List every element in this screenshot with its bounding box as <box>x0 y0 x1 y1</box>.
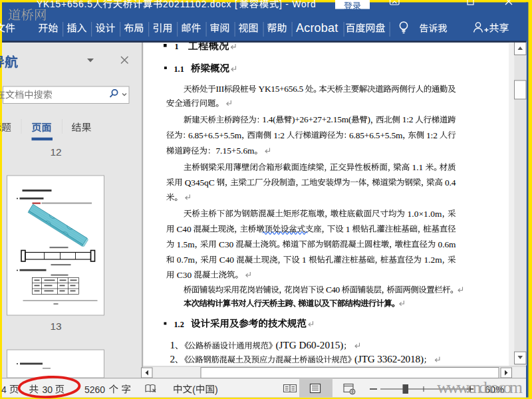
svg-text:7.15+5.6m: 7.15+5.6m <box>215 146 255 156</box>
svg-text:1: 1 <box>175 42 179 51</box>
svg-text:1: 1 <box>346 224 350 234</box>
svg-text:20211102.docx [: 20211102.docx [ <box>163 0 238 9</box>
svg-text:1:2: 1:2 <box>273 130 285 140</box>
svg-text:1.2m: 1.2m <box>424 255 442 265</box>
svg-text:YK15+656.5: YK15+656.5 <box>37 0 93 9</box>
svg-text:30: 30 <box>43 384 53 395</box>
svg-text:0.6m: 0.6m <box>438 239 457 249</box>
svg-text:C30: C30 <box>219 239 234 249</box>
svg-text:12: 12 <box>51 146 62 158</box>
svg-text:1:2: 1:2 <box>426 130 438 140</box>
svg-text:1.5m: 1.5m <box>177 239 196 249</box>
svg-text:1:2: 1:2 <box>402 114 413 124</box>
svg-text:0.7m: 0.7m <box>177 255 196 265</box>
svg-text:(: ( <box>192 384 196 395</box>
svg-text:1: 1 <box>170 339 176 350</box>
svg-text:(JTG 3362-2018): (JTG 3362-2018) <box>354 353 424 365</box>
svg-text:4: 4 <box>1 384 7 395</box>
svg-text:] - Word: ] - Word <box>279 0 317 9</box>
svg-text:1.2: 1.2 <box>174 320 184 329</box>
svg-text:Q345qC: Q345qC <box>185 178 215 188</box>
svg-text:): ) <box>368 114 370 124</box>
svg-text:1: 1 <box>302 255 307 265</box>
svg-text:III: III <box>215 84 224 94</box>
svg-text:(JTG D60-2015): (JTG D60-2015) <box>275 339 343 351</box>
svg-text:C40: C40 <box>219 255 235 265</box>
svg-text:6.85+6.5+5.5m: 6.85+6.5+5.5m <box>349 130 403 140</box>
svg-text:1.1: 1.1 <box>412 162 424 172</box>
svg-text:www.cndao.com: www.cndao.com <box>437 378 523 397</box>
svg-text:1.1: 1.1 <box>174 65 184 74</box>
svg-text:5260: 5260 <box>84 384 105 395</box>
svg-text:6.85+6.5+5.5m: 6.85+6.5+5.5m <box>188 130 242 140</box>
svg-text:C30: C30 <box>177 270 192 280</box>
svg-text:): ) <box>215 384 218 395</box>
svg-text:0.4: 0.4 <box>445 178 456 188</box>
svg-text:)+26+27+2.15m(: )+26+27+2.15m( <box>292 114 352 124</box>
svg-text:Acrobat: Acrobat <box>296 21 338 35</box>
svg-text:2: 2 <box>170 353 175 364</box>
svg-text:C40: C40 <box>326 285 340 295</box>
svg-text:C40: C40 <box>177 224 192 234</box>
svg-text:13: 13 <box>51 321 62 332</box>
svg-text:1.0×1.0m: 1.0×1.0m <box>408 209 443 219</box>
svg-text:1.4(: 1.4( <box>262 114 276 124</box>
svg-text:YK15+656.5: YK15+656.5 <box>259 84 304 94</box>
